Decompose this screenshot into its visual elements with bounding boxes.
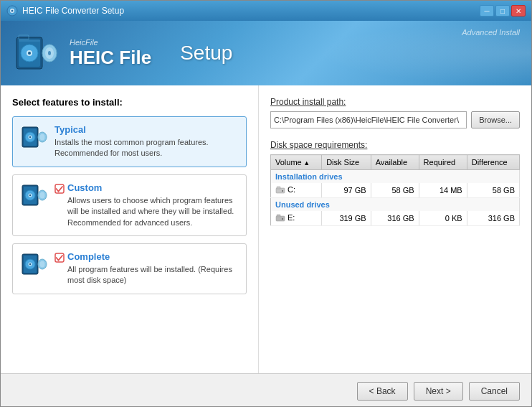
install-path-input[interactable] [270, 111, 467, 128]
header-logo: HeicFile HEIC File [70, 38, 151, 69]
svg-rect-40 [277, 215, 280, 217]
disk-space-table: Volume Disk Size Available Required Diff… [270, 154, 520, 226]
unused-drives-header: Unused drives [271, 198, 520, 212]
svg-rect-11 [19, 39, 40, 42]
logo-small: HeicFile [70, 38, 151, 47]
section-title: Select features to install: [12, 97, 247, 108]
drive-e-icon [275, 213, 285, 222]
main-content: Select features to install: Typical Inst… [1, 85, 531, 373]
custom-desc: Allows users to choose which program fea… [67, 195, 237, 228]
complete-checkbox[interactable] [54, 253, 65, 263]
complete-desc: All program features will be installed. … [67, 264, 237, 286]
custom-option[interactable]: Custom Allows users to choose which prog… [12, 174, 247, 236]
svg-point-26 [40, 192, 45, 198]
cd-icon [15, 32, 58, 75]
custom-text: Custom Allows users to choose which prog… [67, 182, 237, 228]
window-controls: ─ □ ✕ [480, 5, 526, 17]
custom-icon [22, 182, 47, 208]
custom-checkbox[interactable] [54, 184, 65, 194]
svg-point-19 [40, 134, 45, 141]
complete-name: Complete [67, 251, 237, 262]
drive-c-icon [275, 185, 285, 194]
close-button[interactable]: ✕ [511, 5, 526, 17]
logo-big: HEIC File [70, 47, 151, 69]
unused-drives-label: Unused drives [271, 198, 520, 212]
drive-c-vol: C: [271, 183, 322, 198]
disk-space-label: Disk space requirements: [270, 140, 520, 150]
col-difference: Difference [467, 155, 519, 170]
custom-name: Custom [67, 182, 237, 193]
svg-rect-37 [277, 187, 280, 189]
svg-point-7 [28, 52, 31, 55]
window-title: HEIC File Converter Setup [22, 6, 475, 16]
installation-drives-header: Installation drives [271, 170, 520, 184]
svg-point-2 [11, 10, 14, 12]
svg-point-17 [29, 136, 31, 138]
drive-e-disk-size: 319 GB [322, 211, 371, 226]
svg-point-38 [282, 190, 283, 192]
title-bar: HEIC File Converter Setup ─ □ ✕ [1, 1, 531, 21]
typical-text: Typical Installs the most common program… [54, 124, 237, 159]
svg-point-24 [29, 195, 31, 196]
path-row: Browse... [270, 111, 520, 128]
drive-e-available: 316 GB [371, 211, 419, 226]
table-row: E: 319 GB 316 GB 0 KB 316 GB [271, 211, 520, 226]
header-title: Setup [180, 42, 232, 65]
complete-option[interactable]: Complete All program features will be in… [12, 243, 247, 294]
maximize-button[interactable]: □ [495, 5, 510, 17]
drive-c-available: 58 GB [371, 183, 419, 198]
col-volume[interactable]: Volume [271, 155, 322, 170]
back-button[interactable]: < Back [357, 382, 408, 401]
next-button[interactable]: Next > [414, 382, 463, 401]
cancel-button[interactable]: Cancel [469, 382, 520, 401]
svg-point-41 [282, 218, 283, 220]
left-panel: Select features to install: Typical Inst… [1, 85, 259, 373]
typical-option[interactable]: Typical Installs the most common program… [12, 116, 247, 167]
app-icon [6, 5, 18, 17]
minimize-button[interactable]: ─ [480, 5, 494, 17]
drive-e-vol: E: [271, 211, 322, 226]
advanced-label: Advanced Install [462, 28, 520, 37]
table-row: C: 97 GB 58 GB 14 MB 58 GB [271, 183, 520, 198]
footer: < Back Next > Cancel [1, 373, 531, 407]
drive-c-difference: 58 GB [467, 183, 519, 198]
install-path-label: Product install path: [270, 97, 520, 107]
col-available: Available [371, 155, 419, 170]
installation-drives-label: Installation drives [271, 170, 520, 184]
drive-c-disk-size: 97 GB [322, 183, 371, 198]
col-disk-size: Disk Size [322, 155, 371, 170]
svg-point-10 [48, 51, 51, 55]
header-banner: HeicFile HEIC File Setup Advanced Instal… [1, 21, 531, 85]
typical-icon [22, 124, 47, 150]
drive-e-required: 0 KB [419, 211, 467, 226]
svg-point-32 [29, 263, 31, 265]
typical-name: Typical [54, 124, 237, 135]
typical-desc: Installs the most common program feature… [54, 137, 237, 159]
drive-c-required: 14 MB [419, 183, 467, 198]
complete-text: Complete All program features will be in… [67, 251, 237, 286]
browse-button[interactable]: Browse... [471, 111, 520, 128]
svg-point-34 [40, 261, 45, 267]
drive-e-difference: 316 GB [467, 211, 519, 226]
complete-icon [22, 251, 47, 277]
col-required: Required [419, 155, 467, 170]
right-panel: Product install path: Browse... Disk spa… [259, 85, 531, 373]
